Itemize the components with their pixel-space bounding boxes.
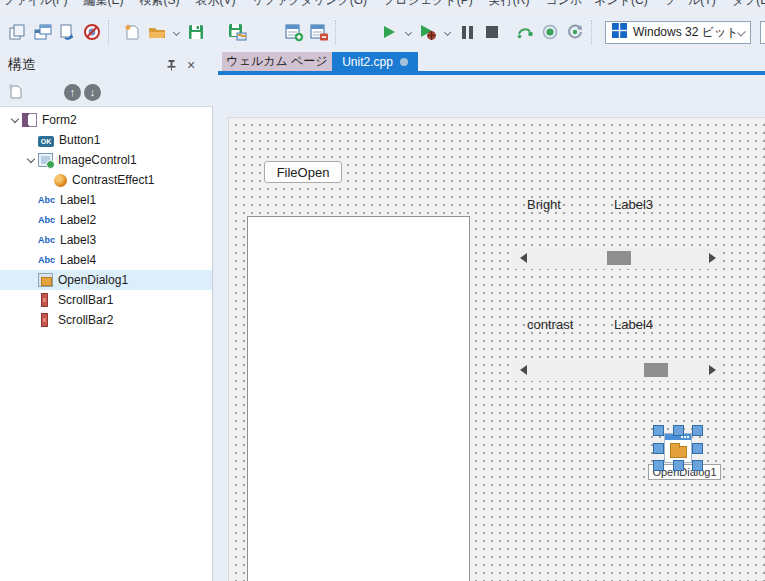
run-icon[interactable] <box>377 20 401 44</box>
form-designer-surface[interactable]: FileOpen Bright Label3 contrast Label4 O… <box>228 117 765 581</box>
toolbar-separator <box>108 20 109 44</box>
selection-handle-e[interactable] <box>692 443 703 454</box>
open-folder-icon[interactable] <box>145 20 169 44</box>
step-over-icon[interactable] <box>513 20 537 44</box>
menu-component[interactable]: コンポーネント(C) <box>545 0 647 9</box>
scrollbar1[interactable] <box>513 248 723 269</box>
scrollbar2[interactable] <box>513 360 723 381</box>
cascade-windows-icon[interactable] <box>30 20 54 44</box>
tree-item-label1[interactable]: Abc Label1 <box>0 190 212 210</box>
image-control[interactable] <box>247 216 470 581</box>
tree-item-opendialog1-selected[interactable]: OpenDialog1 <box>0 270 212 290</box>
new-item-icon[interactable] <box>6 82 23 103</box>
selection-handle-nw[interactable] <box>653 425 664 436</box>
scrollbar-icon <box>41 313 48 327</box>
tree-item-label4[interactable]: Abc Label4 <box>0 250 212 270</box>
menu-search[interactable]: 検索(S) <box>139 0 179 9</box>
save-all-icon[interactable] <box>225 20 249 44</box>
structure-tree: Form2 OK Button1 ImageControl1 ContrastE… <box>0 106 213 581</box>
selection-handle-se[interactable] <box>692 460 703 471</box>
tree-item-scrollbar1[interactable]: ScrollBar1 <box>0 290 212 310</box>
tree-item-button1[interactable]: OK Button1 <box>0 130 212 150</box>
button-icon: OK <box>38 136 54 147</box>
target-platform-select[interactable]: Windows 32 ビット <box>605 21 751 44</box>
label-icon: Abc <box>38 235 55 245</box>
scroll-right-icon[interactable] <box>709 365 716 375</box>
add-unit-icon[interactable] <box>282 20 306 44</box>
menu-run[interactable]: 実行(R) <box>489 0 530 9</box>
menu-tabs[interactable]: タブ(B) <box>732 0 765 9</box>
menu-refactor[interactable]: リファクタリング(G) <box>251 0 367 9</box>
step-into-icon[interactable] <box>538 20 562 44</box>
insight-disabled-icon[interactable] <box>80 20 104 44</box>
titlebar-dots-icon <box>687 436 689 438</box>
menu-project[interactable]: プロジェクト(P) <box>383 0 473 9</box>
run-debug-dropdown-icon[interactable] <box>441 30 454 35</box>
contrast-label[interactable]: contrast <box>527 317 573 332</box>
tree-item-label2[interactable]: Abc Label2 <box>0 210 212 230</box>
selection-handle-s[interactable] <box>673 460 684 471</box>
label-icon: Abc <box>38 255 55 265</box>
bright-label[interactable]: Bright <box>527 197 561 212</box>
menu-file[interactable]: ファイル(F) <box>3 0 67 9</box>
menu-bar: ファイル(F) 編集(E) 検索(S) 表示(V) リファクタリング(G) プロ… <box>0 0 765 10</box>
main-toolbar: Windows 32 ビット <box>0 10 765 53</box>
tree-item-imagecontrol1[interactable]: ImageControl1 <box>0 150 212 170</box>
menu-edit[interactable]: 編集(E) <box>83 0 123 9</box>
menu-tools[interactable]: ツール(T) <box>664 0 716 9</box>
tree-item-contrasteffect1[interactable]: ContrastEffect1 <box>0 170 212 190</box>
tab-unit2-cpp[interactable]: Unit2.cpp <box>332 52 418 71</box>
pause-icon[interactable] <box>455 20 479 44</box>
scrollbar-icon <box>41 293 48 307</box>
tab-underline <box>218 71 765 75</box>
scroll-left-icon[interactable] <box>520 365 527 375</box>
save-icon[interactable] <box>184 20 208 44</box>
contrast-effect-icon <box>54 174 67 187</box>
toolbar-separator <box>335 20 336 44</box>
scrollbar1-thumb[interactable] <box>607 251 631 265</box>
paste-arrange-icon[interactable] <box>55 20 79 44</box>
scrollbar2-thumb[interactable] <box>644 363 668 377</box>
run-dropdown-icon[interactable] <box>402 30 415 35</box>
move-up-button[interactable]: ↑ <box>64 84 81 101</box>
chevron-expanded-icon[interactable] <box>11 115 19 123</box>
label3[interactable]: Label3 <box>614 197 653 212</box>
step-out-icon[interactable] <box>563 20 587 44</box>
selection-handle-sw[interactable] <box>653 460 664 471</box>
structure-panel-title: 構造 <box>8 56 160 74</box>
folder-icon <box>670 446 687 458</box>
tree-item-scrollbar2[interactable]: ScrollBar2 <box>0 310 212 330</box>
windows-logo-icon <box>612 23 627 42</box>
modified-dot-icon <box>400 58 408 66</box>
open-dropdown-icon[interactable] <box>170 30 183 35</box>
run-debug-icon[interactable] <box>416 20 440 44</box>
close-icon[interactable]: × <box>182 56 200 74</box>
scroll-right-icon[interactable] <box>709 253 716 263</box>
chevron-expanded-icon[interactable] <box>27 155 35 163</box>
remove-unit-icon[interactable] <box>307 20 331 44</box>
tree-item-form2[interactable]: Form2 <box>0 110 212 130</box>
open-dialog-component-icon[interactable] <box>664 433 692 463</box>
structure-panel-toolbar: ↑ ↓ <box>0 78 214 106</box>
selection-handle-n[interactable] <box>673 425 684 436</box>
config-select-partial[interactable] <box>760 21 765 44</box>
fileopen-button[interactable]: FileOpen <box>264 161 342 183</box>
selection-handle-w[interactable] <box>653 443 664 454</box>
form-icon <box>22 113 37 127</box>
opendialog-component-selected[interactable] <box>653 425 703 471</box>
tree-item-label3[interactable]: Abc Label3 <box>0 230 212 250</box>
copy-icon[interactable] <box>5 20 29 44</box>
new-file-icon[interactable] <box>120 20 144 44</box>
structure-panel: 構造 × ↑ ↓ Form2 OK Button1 ImageControl1 <box>0 52 214 581</box>
stop-icon[interactable] <box>480 20 504 44</box>
selection-handle-ne[interactable] <box>692 425 703 436</box>
scroll-left-icon[interactable] <box>520 253 527 263</box>
open-dialog-icon <box>38 273 53 287</box>
pin-icon[interactable] <box>162 56 180 74</box>
toolbar-separator <box>591 20 592 44</box>
menu-view[interactable]: 表示(V) <box>195 0 235 9</box>
move-down-button[interactable]: ↓ <box>84 84 101 101</box>
target-platform-value: Windows 32 ビット <box>633 24 739 41</box>
label4[interactable]: Label4 <box>614 317 653 332</box>
tab-welcome-page[interactable]: ウェルカム ページ <box>222 52 332 71</box>
